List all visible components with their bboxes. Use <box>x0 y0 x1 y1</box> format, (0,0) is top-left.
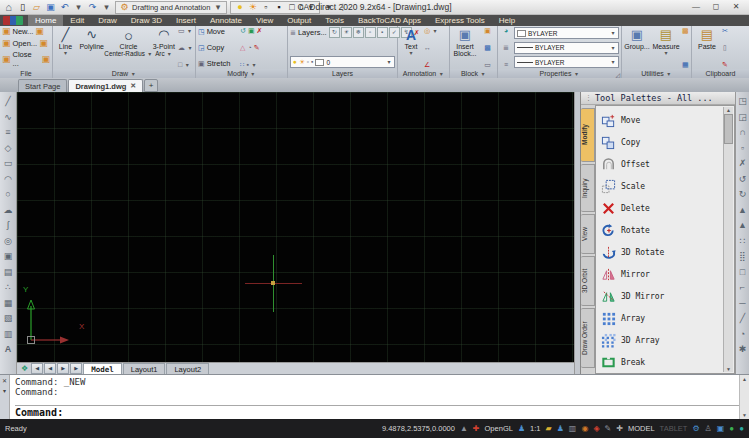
extend-icon[interactable]: ▣ <box>248 27 255 34</box>
collapse-command-icon[interactable]: ▾ <box>3 387 6 394</box>
last-tab-button[interactable]: ▶ <box>70 363 82 374</box>
close-command-icon[interactable]: ✕ <box>2 377 7 384</box>
palette-item-break[interactable]: Break <box>601 351 722 373</box>
palette-item-array[interactable]: Array <box>601 307 722 329</box>
region-button[interactable]: □▾ <box>178 61 193 68</box>
new-button[interactable]: ▣ New... ▣ <box>2 27 50 36</box>
polygon-icon[interactable]: ◇ <box>2 141 15 157</box>
tool-palettes-titlebar[interactable]: ⋮ Tool Palettes - All ... <box>581 92 735 105</box>
layer-dropdown[interactable]: ● ☀ ▫ ▪ 0 ▾ <box>290 56 395 68</box>
circle-icon[interactable]: ○ <box>2 187 15 203</box>
layer-state-icon[interactable]: ▫ <box>365 27 376 38</box>
insert-block-icon[interactable]: ▣ <box>2 249 15 265</box>
tab-drawing1[interactable]: Drawing1.dwg ✕ <box>68 79 143 92</box>
panel-label-layers[interactable]: Layers <box>288 69 397 78</box>
tab-home[interactable]: Home <box>28 15 63 26</box>
mirror-icon[interactable]: △ <box>240 44 245 51</box>
new-tab-button[interactable]: + <box>144 79 158 92</box>
line-button[interactable]: ╱ Line ▾ <box>55 27 76 68</box>
array-icon[interactable]: ∷ <box>736 234 749 250</box>
move-button[interactable]: ◳Move <box>198 27 238 36</box>
panel-label-modify[interactable]: Modify ▾ <box>196 69 287 78</box>
next-tab-button[interactable]: ▶ <box>57 363 69 374</box>
mirror-icon[interactable]: ▲ <box>736 203 749 219</box>
multiline-icon[interactable]: ≡ <box>2 125 15 141</box>
offset-icon[interactable]: ▪ <box>246 61 248 68</box>
text-icon[interactable]: A <box>2 342 15 358</box>
panel-label-annotation[interactable]: Annotation ▾ <box>398 69 449 78</box>
layer-state-icon[interactable]: ☀ <box>341 27 352 38</box>
layer-state-icon[interactable]: ❄ <box>353 27 364 38</box>
explode-icon[interactable]: ✎ <box>254 44 260 51</box>
redo-icon[interactable]: ↷ <box>87 3 98 12</box>
explode-icon[interactable]: ✱ <box>736 342 749 358</box>
maximize-button[interactable]: ◻ <box>710 3 722 11</box>
make-block-icon[interactable]: ▤ <box>2 265 15 281</box>
layers-manager-button[interactable]: Layers... <box>298 28 327 37</box>
tablet-toggle[interactable]: TABLET <box>660 424 688 433</box>
linear-dim-icon[interactable]: ↔ <box>424 44 431 51</box>
make-block-icon[interactable]: ▣ <box>480 27 495 34</box>
offset-icon[interactable]: ∩ <box>736 125 749 141</box>
undo-dropdown-icon[interactable]: ▾ <box>73 3 84 12</box>
scroll-down-icon[interactable]: ▼ <box>742 412 747 418</box>
autoscale-icon[interactable]: ♟ <box>557 425 564 433</box>
palette-item-3d-mirror[interactable]: 3D Mirror <box>601 285 722 307</box>
scale-icon[interactable]: ▫ <box>736 141 749 157</box>
command-history[interactable]: Command: _NEW Command: Command: <box>10 375 739 419</box>
point-icon[interactable]: ∴ <box>2 280 15 296</box>
tab-output[interactable]: Output <box>280 15 318 26</box>
leader-icon[interactable]: ∠ <box>424 61 430 68</box>
palette-item-mirror[interactable]: Mirror <box>601 263 722 285</box>
panel-label-block[interactable]: Block ▾ <box>450 69 497 78</box>
scroll-up-icon[interactable]: ▲ <box>742 376 747 382</box>
crosshair-toggle-icon[interactable]: ✛ <box>616 425 623 433</box>
close-tab-icon[interactable]: ✕ <box>130 82 136 90</box>
dimension-icon[interactable]: ◎ <box>424 27 430 34</box>
tab-tools[interactable]: Tools <box>318 15 351 26</box>
tab-draw3d[interactable]: Draw 3D <box>124 15 169 26</box>
isolate-icon[interactable]: ◈ <box>593 425 599 433</box>
close-button[interactable]: ✕ <box>730 3 742 11</box>
panel-label-draw[interactable]: Draw ▾ <box>53 69 195 78</box>
hatch-icon[interactable]: ▦ <box>2 296 15 312</box>
polyline-icon[interactable]: ∿ <box>2 110 15 126</box>
insert-block-button[interactable]: ▣ Insert Block... <box>452 27 478 68</box>
table-icon[interactable]: ▥ <box>2 327 15 343</box>
tab-edit[interactable]: Edit <box>63 15 91 26</box>
tab-express-tools[interactable]: Express Tools <box>428 15 492 26</box>
tab-layout1[interactable]: Layout1 <box>123 363 166 375</box>
3d-mirror-icon[interactable]: ▲ <box>736 218 749 234</box>
workspace-switch-icon[interactable]: ▥ <box>569 425 577 433</box>
drawing-canvas[interactable]: Y X <box>17 92 574 362</box>
polyline-button[interactable]: ∿ Polyline <box>79 27 105 68</box>
open-file-icon[interactable]: ▱ <box>31 3 42 12</box>
panel-label-file[interactable]: File <box>0 69 52 78</box>
gradient-icon[interactable]: ▧ <box>2 311 15 327</box>
palette-item-3d-array[interactable]: 3D Array <box>601 329 722 351</box>
coordinates-display[interactable]: 9.4878,2.5375,0.0000 <box>382 424 455 433</box>
fillet-icon[interactable]: ◔ <box>247 44 251 51</box>
trim-icon[interactable]: ◔ <box>736 327 749 343</box>
annotation-scale-icon[interactable]: ♟ <box>518 425 525 433</box>
rectangle-icon[interactable]: ▭ <box>2 156 15 172</box>
linetype-list-icon[interactable]: ≣ <box>500 44 512 51</box>
chevron-down-icon[interactable]: ▾ <box>432 28 438 34</box>
palette-item-rotate[interactable]: Rotate <box>601 219 722 241</box>
palette-tab-modify[interactable]: Modify <box>581 108 595 162</box>
close-button[interactable]: ▣ Close ... ▣ <box>2 50 50 68</box>
edit-block-icon[interactable]: ▩ <box>480 44 495 51</box>
tab-insert[interactable]: Insert <box>169 15 203 26</box>
first-tab-button[interactable]: ◀ <box>31 363 43 374</box>
palette-tab-view[interactable]: View <box>581 214 595 254</box>
palette-tab-draw-order[interactable]: Draw Order <box>581 308 595 368</box>
workspace-selector[interactable]: ⚙ Drafting and Annotation ▾ <box>115 1 227 14</box>
move-icon[interactable]: ◳ <box>736 94 749 110</box>
settings-gear-icon[interactable]: ⚙ <box>692 425 699 433</box>
snap-icon[interactable]: ▲ <box>460 425 468 433</box>
color-wheel-icon[interactable]: ◕ <box>500 27 512 34</box>
grid-icon[interactable]: ✚ <box>473 425 480 433</box>
tab-annotate[interactable]: Annotate <box>203 15 249 26</box>
tab-backtocad-apps[interactable]: BackToCAD Apps <box>351 15 428 26</box>
arc-button[interactable]: ◠ 3-Point Arc ▾ <box>153 27 175 68</box>
